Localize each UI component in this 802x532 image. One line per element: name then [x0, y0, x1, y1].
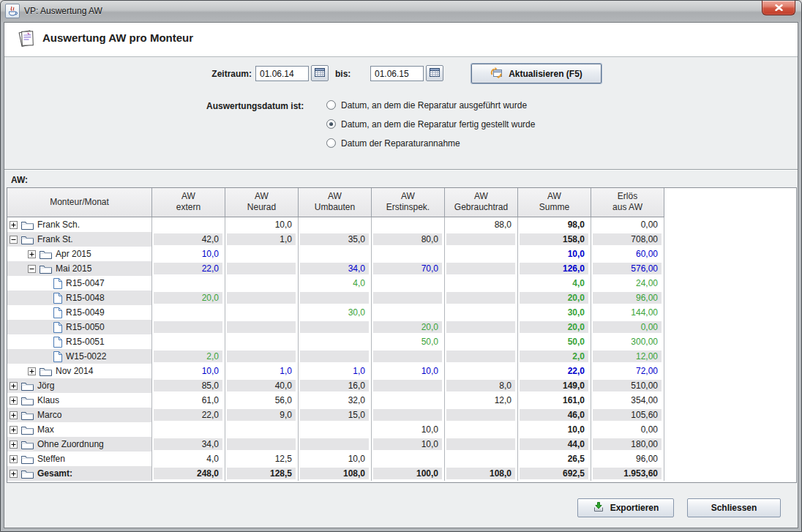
expand-icon[interactable] — [10, 397, 18, 405]
cell-value: 161,0 — [520, 394, 588, 406]
cell — [445, 320, 518, 334]
expand-icon[interactable] — [10, 411, 18, 419]
column-header-5[interactable]: AWGebrauchtrad — [445, 188, 518, 217]
cell-value: 70,0 — [373, 263, 442, 274]
cell: 22,0 — [518, 364, 591, 378]
expand-icon[interactable] — [10, 221, 18, 229]
radio-unselected-icon[interactable] — [326, 138, 336, 148]
table-row-4[interactable]: R15-00474,04,024,00 — [7, 276, 796, 291]
cell-value: 1,0 — [300, 365, 369, 377]
cell — [152, 320, 225, 334]
table-row-17[interactable]: Gesamt:248,0128,5108,0100,0108,0692,51.9… — [7, 466, 796, 481]
column-header-4[interactable]: AWErstinspek. — [372, 188, 445, 217]
cell — [445, 334, 518, 349]
cell-value: 34,0 — [300, 263, 369, 274]
document-icon — [53, 351, 62, 362]
document-icon — [53, 322, 62, 333]
column-header-1[interactable]: AWextern — [152, 188, 225, 217]
cell: 161,0 — [518, 393, 591, 408]
cell — [445, 261, 518, 276]
row-filler — [664, 378, 796, 393]
cell — [152, 276, 225, 291]
cell-value: 12,00 — [593, 351, 662, 362]
cell: 96,00 — [591, 452, 664, 466]
cell — [372, 276, 445, 291]
cell-value — [227, 277, 296, 289]
cell: 144,00 — [591, 305, 664, 320]
table-row-8[interactable]: R15-005150,050,0300,00 — [7, 334, 796, 349]
expand-icon[interactable] — [10, 426, 18, 434]
collapse-icon[interactable] — [10, 236, 18, 244]
tree-cell: Jörg — [7, 378, 152, 393]
cell: 96,00 — [591, 291, 664, 305]
cell: 46,0 — [518, 408, 591, 422]
expand-icon[interactable] — [10, 382, 18, 390]
table-row-14[interactable]: Max10,010,00,00 — [7, 422, 796, 437]
tree-cell: R15-0047 — [7, 276, 152, 291]
table-row-11[interactable]: Jörg85,040,016,08,0149,0510,00 — [7, 378, 796, 393]
export-button[interactable]: Exportieren — [577, 498, 674, 517]
cell-value: 10,0 — [300, 453, 369, 465]
collapse-icon[interactable] — [28, 265, 36, 273]
row-label: R15-0050 — [66, 322, 105, 332]
table-row-16[interactable]: Steffen4,012,510,026,596,00 — [7, 452, 796, 466]
cell-value: 22,0 — [520, 365, 588, 377]
cell-value: 2,0 — [154, 351, 222, 362]
expand-icon[interactable] — [10, 455, 18, 463]
cell: 0,00 — [591, 320, 664, 334]
table-row-6[interactable]: R15-004930,030,0144,00 — [7, 305, 796, 320]
column-header-6[interactable]: AWSumme — [518, 188, 591, 217]
cell-value — [373, 409, 442, 421]
table-row-12[interactable]: Klaus61,056,032,012,0161,0354,00 — [7, 393, 796, 408]
cell: 510,00 — [591, 378, 664, 393]
close-button[interactable] — [762, 1, 795, 15]
cell: 2,0 — [518, 349, 591, 364]
radio-unselected-icon[interactable] — [326, 100, 336, 110]
folder-icon — [21, 440, 34, 449]
date-to-input[interactable] — [370, 66, 424, 81]
column-header-2[interactable]: AWNeurad — [225, 188, 299, 217]
radio-selected-icon[interactable] — [326, 119, 336, 129]
cell-value — [446, 424, 515, 435]
radio-option-0[interactable]: Datum, an dem die Reparatur ausgeführt w… — [326, 99, 527, 111]
schliessen-button[interactable]: Schliessen — [687, 498, 781, 517]
cell: 9,0 — [225, 408, 299, 422]
date-from-input[interactable] — [255, 66, 309, 81]
column-header-0[interactable]: Monteur/Monat — [7, 188, 152, 217]
column-header-7[interactable]: Erlösaus AW — [591, 188, 664, 217]
table-row-15[interactable]: Ohne Zuordnung34,010,044,0180,00 — [7, 437, 796, 452]
date-from-calendar-button[interactable] — [311, 65, 329, 81]
column-header-3[interactable]: AWUmbauten — [299, 188, 372, 217]
close-icon — [775, 3, 783, 13]
table-row-1[interactable]: Frank St.42,01,035,080,0158,0708,00 — [7, 232, 796, 247]
cell-value: 96,00 — [593, 292, 662, 304]
date-to-calendar-button[interactable] — [426, 65, 443, 81]
cell-value: 61,0 — [154, 394, 222, 406]
table-row-10[interactable]: Nov 201410,01,01,010,022,072,00 — [7, 364, 796, 378]
cell: 10,0 — [152, 364, 225, 378]
expand-icon[interactable] — [10, 470, 18, 478]
table-row-3[interactable]: Mai 201522,034,070,0126,0576,00 — [7, 261, 796, 276]
radio-option-2[interactable]: Datum der Reparaturannahme — [326, 137, 460, 149]
cell-value — [446, 292, 515, 304]
cell: 15,0 — [299, 408, 372, 422]
cell: 4,0 — [152, 452, 225, 466]
page-title: Auswertung AW pro Monteur — [42, 31, 193, 44]
expand-icon[interactable] — [10, 441, 18, 449]
cell-value — [227, 248, 296, 260]
refresh-button[interactable]: Aktualisieren (F5) — [471, 64, 602, 83]
cell: 10,0 — [372, 364, 445, 378]
column-header-line1: AW — [518, 191, 591, 202]
table-row-7[interactable]: R15-005020,020,00,00 — [7, 320, 796, 334]
table-row-9[interactable]: W15-00222,02,012,00 — [7, 349, 796, 364]
cell-value: 20,0 — [373, 321, 442, 333]
table-row-0[interactable]: Frank Sch.10,088,098,00,00 — [7, 217, 796, 232]
radio-option-1[interactable]: Datum, an dem die Reparatur fertig geste… — [326, 118, 535, 130]
table-row-13[interactable]: Marco22,09,015,046,0105,60 — [7, 408, 796, 422]
table-row-5[interactable]: R15-004820,020,096,00 — [7, 291, 796, 305]
cell: 108,0 — [445, 466, 518, 481]
table-row-2[interactable]: Apr 201510,010,060,00 — [7, 247, 796, 261]
expand-icon[interactable] — [28, 367, 36, 375]
expand-icon[interactable] — [28, 250, 36, 258]
cell — [299, 217, 372, 232]
